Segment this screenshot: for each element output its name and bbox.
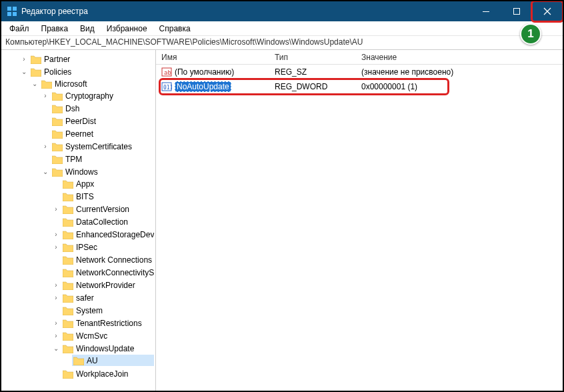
tree-item-systemcertificates[interactable]: ›SystemCertificates bbox=[51, 141, 154, 152]
menu-view[interactable]: Вид bbox=[75, 23, 100, 35]
svg-rect-1 bbox=[13, 7, 17, 11]
tree-item-partner[interactable]: ›Partner bbox=[29, 53, 154, 65]
tree-item-enhancedstorage[interactable]: ›EnhancedStorageDevices bbox=[61, 229, 154, 240]
tree-item-appx[interactable]: Appx bbox=[61, 178, 154, 189]
close-button[interactable] bbox=[532, 1, 563, 21]
tree-item-system[interactable]: System bbox=[61, 305, 154, 316]
tree-item-safer[interactable]: ›safer bbox=[61, 292, 154, 303]
tree-item-au[interactable]: AU bbox=[72, 355, 154, 366]
window-title: Редактор реестра bbox=[21, 7, 88, 16]
tree-item-workplacejoin[interactable]: WorkplaceJoin bbox=[61, 368, 154, 379]
regedit-icon bbox=[7, 6, 17, 17]
tree-item-dsh[interactable]: Dsh bbox=[51, 103, 154, 114]
registry-tree[interactable]: ›Partner ⌄Policies ⌄Microsoft ›Cryptogra… bbox=[1, 50, 156, 391]
value-data: 0x00000001 (1) bbox=[361, 82, 557, 91]
tree-item-policies[interactable]: ⌄Policies bbox=[29, 66, 154, 77]
value-type: REG_SZ bbox=[275, 67, 361, 77]
menu-favorites[interactable]: Избранное bbox=[101, 23, 153, 35]
tree-item-currentversion[interactable]: ›CurrentVersion bbox=[61, 203, 154, 215]
tree-item-tenantrestrict[interactable]: ›TenantRestrictions bbox=[61, 317, 154, 329]
values-panel: Имя Тип Значение ab (По умолчанию) REG_S… bbox=[156, 50, 563, 391]
value-data: (значение не присвоено) bbox=[361, 67, 557, 77]
tree-item-windowsupdate[interactable]: ⌄WindowsUpdate bbox=[61, 343, 154, 354]
menu-file[interactable]: Файл bbox=[4, 23, 35, 35]
menubar: Файл Правка Вид Избранное Справка bbox=[1, 21, 563, 36]
value-name: NoAutoUpdate bbox=[175, 81, 231, 92]
tree-item-peerdist[interactable]: PeerDist bbox=[51, 115, 154, 127]
value-row-noautoupdate[interactable]: 011 NoAutoUpdate REG_DWORD 0x00000001 (1… bbox=[156, 79, 563, 94]
value-row-default[interactable]: ab (По умолчанию) REG_SZ (значение не пр… bbox=[156, 65, 563, 79]
minimize-button[interactable] bbox=[471, 1, 501, 21]
string-value-icon: ab bbox=[161, 67, 172, 77]
tree-item-windows[interactable]: ⌄Windows bbox=[51, 166, 154, 177]
col-type[interactable]: Тип bbox=[275, 53, 361, 62]
step-badge: 1 bbox=[520, 23, 541, 45]
tree-item-networkconn2[interactable]: NetworkConnectivityStatusIndicator bbox=[61, 267, 154, 278]
value-name: (По умолчанию) bbox=[175, 67, 234, 77]
tree-item-wcmsvc[interactable]: ›WcmSvc bbox=[61, 330, 154, 341]
svg-text:011: 011 bbox=[163, 85, 172, 91]
tree-item-bits[interactable]: BITS bbox=[61, 191, 154, 202]
value-columns[interactable]: Имя Тип Значение bbox=[156, 50, 563, 65]
svg-rect-2 bbox=[7, 12, 11, 16]
svg-text:ab: ab bbox=[164, 69, 171, 76]
col-data[interactable]: Значение bbox=[361, 53, 557, 62]
svg-rect-3 bbox=[13, 12, 17, 16]
tree-item-networkconn1[interactable]: Network Connections bbox=[61, 254, 154, 265]
tree-item-microsoft[interactable]: ⌄Microsoft bbox=[40, 78, 154, 89]
dword-value-icon: 011 bbox=[161, 81, 172, 92]
tree-item-ipsec[interactable]: ›IPSec bbox=[61, 241, 154, 253]
tree-item-networkprov[interactable]: ›NetworkProvider bbox=[61, 279, 154, 291]
address-bar[interactable]: Компьютер\HKEY_LOCAL_MACHINE\SOFTWARE\Po… bbox=[1, 36, 563, 49]
tree-item-tpm[interactable]: TPM bbox=[51, 153, 154, 165]
titlebar: Редактор реестра bbox=[1, 1, 563, 21]
value-type: REG_DWORD bbox=[275, 82, 361, 91]
col-name[interactable]: Имя bbox=[161, 53, 275, 62]
tree-item-datacollection[interactable]: DataCollection bbox=[61, 216, 154, 227]
svg-rect-0 bbox=[7, 7, 11, 11]
tree-item-cryptography[interactable]: ›Cryptography bbox=[51, 90, 154, 101]
tree-item-peernet[interactable]: Peernet bbox=[51, 128, 154, 139]
maximize-button[interactable] bbox=[501, 1, 532, 21]
menu-help[interactable]: Справка bbox=[154, 23, 196, 35]
menu-edit[interactable]: Правка bbox=[36, 23, 74, 35]
